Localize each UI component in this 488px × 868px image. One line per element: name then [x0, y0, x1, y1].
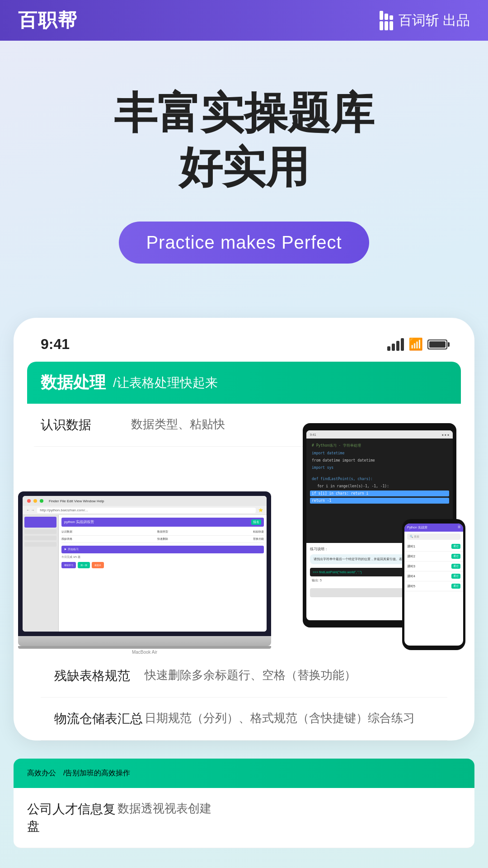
phone-list-item: 课时2 通过 — [404, 552, 463, 561]
phone-small: Python 实战营 ☰ 🔍 搜索 课时1 通过 课时2 通过 — [402, 519, 465, 650]
content-row-3: 物流仓储表汇总 日期规范（分列）、格式规范（含快捷键）综合练习 — [41, 698, 447, 741]
section-header-data: 数据处理 /让表格处理快起来 — [27, 362, 461, 404]
brand: 百词斩 出品 — [380, 11, 470, 30]
hero-section: 丰富实操题库 好实用 Practice makes Perfect — [0, 41, 488, 291]
status-time: 9:41 — [41, 336, 70, 353]
phone-list-item: 课时5 通过 — [404, 581, 463, 591]
status-icons: 📶 — [387, 337, 447, 351]
section2-row-right: 数据透视视表创建 — [117, 801, 461, 835]
device-showcase: 9:41 📶 数据处理 /让表格处理快起来 认识数据 数据类型、粘贴快 — [14, 318, 474, 741]
row3-left: 物流仓储表汇总 — [54, 710, 145, 727]
phone-list: 课时1 通过 课时2 通过 课时3 通过 课时4 — [404, 542, 463, 591]
section2-row: 公司人才信息复盘 数据透视视表创建 — [14, 788, 474, 848]
section2-title-bold: 高效办公 — [27, 769, 56, 778]
phone-list-item: 课时3 通过 — [404, 561, 463, 571]
content-row-2: 残缺表格规范 快速删除多余标题行、空格（替换功能） — [41, 655, 447, 698]
laptop-screen: Finder File Edit View Window Help ← → ht… — [18, 491, 271, 636]
brand-icon — [380, 11, 393, 30]
laptop-title: python 实战训练营 — [64, 519, 94, 525]
status-bar: 9:41 📶 — [27, 336, 461, 362]
battery-icon — [427, 340, 447, 349]
hero-badge: Practice makes Perfect — [119, 222, 369, 264]
laptop: Finder File Edit View Window Help ← → ht… — [18, 491, 271, 655]
phone-search: 🔍 搜索 — [410, 535, 419, 539]
section-title-bold: 数据处理 — [41, 372, 106, 394]
header: 百职帮 百词斩 出品 — [0, 0, 488, 41]
more-content-rows: 残缺表格规范 快速删除多余标题行、空格（替换功能） 物流仓储表汇总 日期规范（分… — [27, 655, 461, 741]
row2-right: 快速删除多余标题行、空格（替换功能） — [145, 667, 434, 684]
wifi-icon: 📶 — [408, 337, 423, 351]
phone-header-title: Python 实战营 — [407, 525, 427, 530]
phone-list-item: 课时1 通过 — [404, 542, 463, 552]
section2-header: 高效办公 /告别加班的高效操作 — [14, 759, 474, 788]
signal-icon — [387, 338, 404, 351]
section2-title-suffix: /告别加班的高效操作 — [63, 769, 130, 778]
section-title-suffix: /让表格处理快起来 — [113, 374, 218, 392]
hero-title: 丰富实操题库 好实用 — [27, 86, 461, 194]
row3-right: 日期规范（分列）、格式规范（含快捷键）综合练习 — [145, 710, 434, 727]
devices-overlay: Finder File Edit View Window Help ← → ht… — [27, 438, 461, 655]
section2-row-left: 公司人才信息复盘 — [27, 801, 117, 835]
laptop-label: MacBook Air — [18, 650, 271, 655]
row1-left: 认识数据 — [41, 416, 131, 434]
logo: 百职帮 — [18, 8, 78, 33]
brand-name: 百词斩 出品 — [399, 11, 470, 30]
phone-list-item: 课时4 通过 — [404, 571, 463, 581]
section2-wrapper: 高效办公 /告别加班的高效操作 公司人才信息复盘 数据透视视表创建 — [14, 759, 474, 848]
row2-left: 残缺表格规范 — [54, 667, 145, 684]
